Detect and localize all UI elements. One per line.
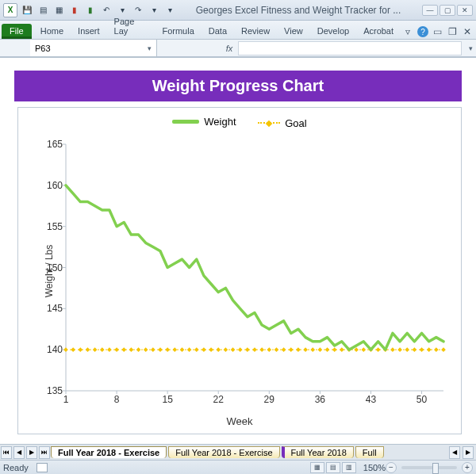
x-tick-label: 43	[363, 394, 378, 405]
qat-bar-icon[interactable]: ▮	[84, 4, 97, 17]
help-icon[interactable]: ?	[416, 25, 430, 39]
name-box-dropdown-icon[interactable]: ▾	[148, 44, 152, 52]
window-title: Georges Excel Fitness and Weight Tracker…	[176, 5, 420, 16]
status-ready: Ready	[3, 463, 29, 472]
title-bar: X 💾 ▤ ▦ ▮ ▮ ↶ ▾ ↷ ▾ ▾ Georges Excel Fitn…	[0, 0, 476, 21]
sheet-tab[interactable]: Full Year 2018 - Exercise	[168, 446, 279, 458]
excel-logo-icon: X	[3, 3, 17, 17]
x-axis-label: Week	[18, 415, 461, 427]
y-tick-label: 155	[39, 221, 63, 232]
worksheet-area: Weight Progress Chart Weight Goal Weight…	[0, 57, 476, 444]
chart-title: Weight Progress Chart	[14, 71, 462, 101]
ribbon-restore-icon[interactable]: ❐	[446, 25, 459, 39]
y-tick-label: 165	[39, 139, 63, 150]
minimize-button[interactable]: —	[422, 5, 438, 16]
fx-icon[interactable]: fx	[221, 44, 238, 53]
zoom-out-button[interactable]: −	[386, 462, 397, 473]
zoom-level[interactable]: 150%	[363, 463, 386, 472]
y-tick-label: 145	[39, 303, 63, 314]
ribbon-tab-acrobat[interactable]: Acrobat	[356, 23, 401, 39]
qat-icon[interactable]: ▤	[36, 4, 49, 17]
hscroll-right-icon[interactable]: ▶	[463, 446, 474, 459]
x-tick-label: 29	[261, 394, 277, 405]
x-tick-label: 15	[159, 394, 175, 405]
x-tick-label: 8	[109, 394, 125, 405]
sheet-tab[interactable]: Full Year 2018	[282, 446, 354, 458]
y-tick-label: 140	[39, 344, 63, 355]
tab-nav-prev-icon[interactable]: ◀	[13, 446, 25, 459]
view-break-icon[interactable]: ▥	[342, 462, 356, 473]
tab-nav-next-icon[interactable]: ▶	[26, 446, 37, 459]
sheet-tab[interactable]: Full Year 2018 - Exercise	[51, 446, 167, 458]
ribbon-tab-view[interactable]: View	[277, 23, 310, 39]
y-tick-label: 160	[39, 180, 63, 191]
x-tick-label: 22	[210, 394, 226, 405]
plot-area: 13514014515015516016518152229364350	[66, 144, 443, 391]
legend-item-goal: Goal	[258, 117, 306, 129]
hscroll-left-icon[interactable]: ◀	[449, 446, 460, 459]
ribbon-tab-home[interactable]: Home	[33, 23, 71, 39]
maximize-button[interactable]: ▢	[440, 5, 455, 16]
save-icon[interactable]: 💾	[21, 4, 33, 17]
tab-nav-first-icon[interactable]: ⏮	[1, 446, 12, 459]
y-tick-label: 150	[39, 262, 63, 273]
close-button[interactable]: ✕	[457, 5, 473, 16]
legend-swatch-weight	[172, 120, 199, 124]
legend-swatch-goal	[258, 122, 280, 124]
chart-legend: Weight Goal	[18, 108, 461, 131]
view-layout-icon[interactable]: ▤	[326, 462, 340, 473]
chart-svg	[66, 144, 443, 391]
ribbon-caret-icon[interactable]: ▿	[401, 25, 415, 39]
legend-label: Goal	[285, 117, 306, 129]
formula-expand-icon[interactable]: ▾	[465, 44, 476, 52]
ribbon-tab-developer[interactable]: Develop	[310, 23, 356, 39]
tab-nav-last-icon[interactable]: ⏭	[39, 446, 50, 459]
x-tick-label: 1	[58, 394, 74, 405]
ribbon-min-icon[interactable]: ▭	[431, 25, 444, 39]
chart-container: Weight Goal Weight / Lbs Week 1351401451…	[17, 107, 462, 434]
name-box[interactable]: ▾	[30, 40, 157, 56]
qat-bar-icon[interactable]: ▮	[68, 4, 81, 17]
formula-input[interactable]	[238, 41, 462, 55]
ribbon-tabs: File Home Insert Page Lay Formula Data R…	[0, 21, 476, 40]
formula-bar: ▾ fx ▾	[0, 40, 476, 57]
x-tick-label: 36	[312, 394, 328, 405]
macro-record-icon[interactable]	[36, 463, 48, 472]
ribbon-tab-insert[interactable]: Insert	[71, 23, 107, 39]
ribbon-tab-review[interactable]: Review	[234, 23, 277, 39]
status-bar: Ready ▦ ▤ ▥ 150% − +	[0, 460, 476, 474]
view-normal-icon[interactable]: ▦	[310, 462, 324, 473]
ribbon-tab-formulas[interactable]: Formula	[155, 23, 201, 39]
qat-customize-icon[interactable]: ▾	[163, 4, 176, 17]
qat-icon[interactable]: ▦	[52, 4, 65, 17]
zoom-in-button[interactable]: +	[462, 462, 473, 473]
zoom-slider[interactable]	[401, 466, 457, 469]
ribbon-tab-page-layout[interactable]: Page Lay	[107, 13, 155, 39]
ribbon-close-icon[interactable]: ✕	[460, 25, 474, 39]
file-tab[interactable]: File	[2, 24, 32, 39]
sheet-tab[interactable]: Full	[355, 446, 384, 458]
name-box-input[interactable]	[35, 44, 148, 53]
legend-item-weight: Weight	[172, 116, 236, 128]
legend-label: Weight	[204, 116, 236, 128]
sheet-tab-bar: ⏮ ◀ ▶ ⏭ Full Year 2018 - Exercise Full Y…	[0, 444, 476, 460]
x-tick-label: 50	[414, 394, 430, 405]
ribbon-tab-data[interactable]: Data	[202, 23, 234, 39]
